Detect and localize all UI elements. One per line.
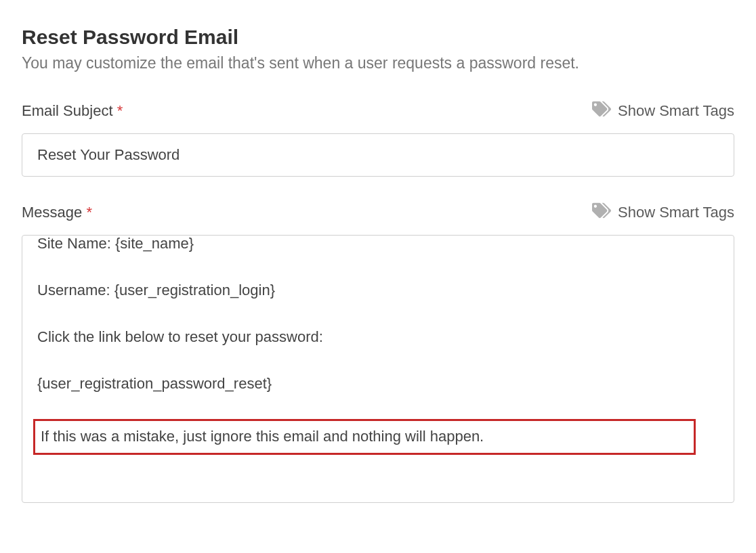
- field-header: Email Subject * Show Smart Tags: [22, 99, 734, 123]
- required-asterisk: *: [117, 102, 123, 119]
- email-subject-field: Email Subject * Show Smart Tags: [22, 99, 734, 177]
- section-title: Reset Password Email: [22, 26, 734, 49]
- smart-tags-label: Show Smart Tags: [618, 102, 734, 120]
- message-line: Click the link below to reset your passw…: [37, 326, 719, 348]
- show-smart-tags-button[interactable]: Show Smart Tags: [592, 201, 734, 224]
- message-line: Username: {user_registration_login}: [37, 279, 719, 301]
- message-content: Site Name: {site_name} Username: {user_r…: [37, 238, 719, 455]
- field-header: Message * Show Smart Tags: [22, 201, 734, 224]
- required-asterisk: *: [86, 204, 92, 221]
- message-line: If this was a mistake, just ignore this …: [41, 425, 688, 447]
- label-text: Email Subject: [22, 102, 113, 119]
- label-text: Message: [22, 204, 82, 221]
- message-label: Message *: [22, 204, 92, 221]
- email-subject-input[interactable]: [22, 133, 734, 177]
- smart-tags-label: Show Smart Tags: [618, 204, 734, 221]
- section-subtitle: You may customize the email that's sent …: [22, 54, 734, 72]
- tags-icon: [592, 99, 611, 123]
- message-textarea[interactable]: Site Name: {site_name} Username: {user_r…: [22, 235, 734, 503]
- message-field: Message * Show Smart Tags Site Name: {si…: [22, 201, 734, 503]
- message-line: {user_registration_password_reset}: [37, 372, 719, 395]
- highlighted-annotation: If this was a mistake, just ignore this …: [33, 419, 696, 455]
- message-line: Site Name: {site_name}: [37, 236, 719, 255]
- tags-icon: [592, 201, 611, 224]
- show-smart-tags-button[interactable]: Show Smart Tags: [592, 99, 734, 123]
- email-subject-label: Email Subject *: [22, 102, 123, 120]
